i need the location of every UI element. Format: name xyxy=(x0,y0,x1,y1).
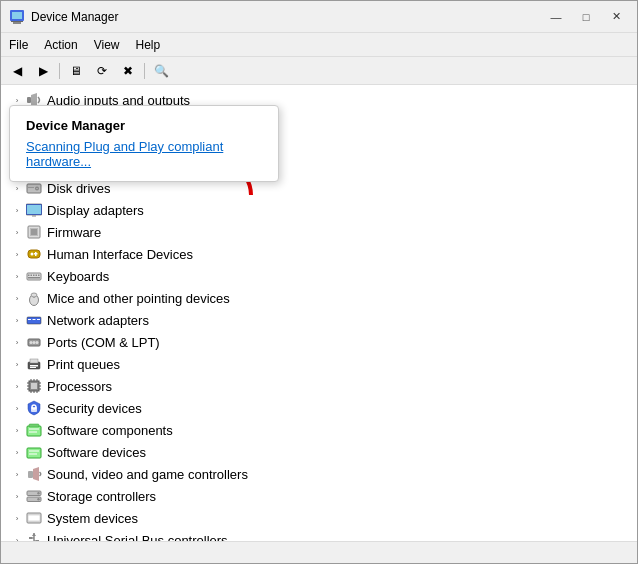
svg-rect-9 xyxy=(27,160,41,170)
item-label-processors: Processors xyxy=(47,379,112,394)
list-item[interactable]: › Keyboards xyxy=(1,265,637,287)
svg-point-77 xyxy=(37,498,39,500)
toolbar-forward[interactable]: ▶ xyxy=(31,60,55,82)
expand-icon-network: › xyxy=(9,312,25,328)
item-label-storage: Storage controllers xyxy=(47,489,156,504)
list-item[interactable]: › Print queues xyxy=(1,353,637,375)
svg-point-14 xyxy=(36,188,38,190)
toolbar: ◀ ▶ 🖥 ⟳ ✖ 🔍 xyxy=(1,57,637,85)
svg-rect-40 xyxy=(37,319,40,320)
list-item[interactable]: › Ports (COM & LPT) xyxy=(1,331,637,353)
item-label-disk: Disk drives xyxy=(47,181,111,196)
list-item[interactable]: › Mice and other pointing devices xyxy=(1,287,637,309)
list-item[interactable]: › Processors xyxy=(1,375,637,397)
device-tree[interactable]: › Audio inputs and outputs › Batteries › xyxy=(1,85,637,541)
svg-rect-11 xyxy=(29,172,39,173)
item-label-firmware: Firmware xyxy=(47,225,101,240)
menu-view[interactable]: View xyxy=(86,36,128,54)
svg-rect-29 xyxy=(33,275,35,277)
title-bar-left: Device Manager xyxy=(9,9,118,25)
svg-rect-39 xyxy=(33,319,36,320)
ports-icon xyxy=(25,333,43,351)
list-item[interactable]: › Computer xyxy=(1,155,637,177)
minimize-button[interactable]: — xyxy=(543,7,569,27)
title-bar-controls: — □ ✕ xyxy=(543,7,629,27)
network-icon xyxy=(25,311,43,329)
disk-drives-icon xyxy=(25,179,43,197)
menu-help[interactable]: Help xyxy=(128,36,169,54)
toolbar-properties[interactable]: 🖥 xyxy=(64,60,88,82)
list-item[interactable]: › Software devices xyxy=(1,441,637,463)
svg-rect-66 xyxy=(29,424,39,427)
list-item[interactable]: › Sound, video and game controllers xyxy=(1,463,637,485)
svg-marker-5 xyxy=(31,93,37,107)
svg-rect-8 xyxy=(28,120,37,125)
svg-rect-27 xyxy=(28,275,30,277)
item-label-software-devices: Software devices xyxy=(47,445,146,460)
toolbar-update[interactable]: ⟳ xyxy=(90,60,114,82)
menu-action[interactable]: Action xyxy=(36,36,85,54)
list-item[interactable]: › Security devices xyxy=(1,397,637,419)
expand-icon-software-components: › xyxy=(9,422,25,438)
list-item[interactable]: › Network adapters xyxy=(1,309,637,331)
expand-icon-system: › xyxy=(9,510,25,526)
list-item[interactable]: › Universal Serial Bus controllers xyxy=(1,529,637,541)
device-manager-window: Device Manager — □ ✕ File Action View He… xyxy=(0,0,638,564)
expand-icon-disk: › xyxy=(9,180,25,196)
bluetooth-icon xyxy=(25,135,43,153)
list-item[interactable]: › Human Interface Devices xyxy=(1,243,637,265)
svg-rect-28 xyxy=(31,275,33,277)
sound-icon xyxy=(25,465,43,483)
svg-rect-18 xyxy=(32,216,36,217)
list-item[interactable]: › Software components xyxy=(1,419,637,441)
toolbar-scan[interactable]: 🔍 xyxy=(149,60,173,82)
item-label-hid: Human Interface Devices xyxy=(47,247,193,262)
list-item[interactable]: › Disk drives xyxy=(1,177,637,199)
expand-icon-bluetooth: › xyxy=(9,136,25,152)
menu-file[interactable]: File xyxy=(1,36,36,54)
svg-rect-4 xyxy=(27,97,31,103)
window-icon xyxy=(9,9,25,25)
list-item[interactable]: › Firmware xyxy=(1,221,637,243)
svg-rect-37 xyxy=(27,317,41,324)
svg-rect-21 xyxy=(31,229,37,235)
list-item[interactable]: › Audio inputs and outputs xyxy=(1,89,637,111)
list-item[interactable]: › Storage controllers xyxy=(1,485,637,507)
expand-icon-storage: › xyxy=(9,488,25,504)
toolbar-uninstall[interactable]: ✖ xyxy=(116,60,140,82)
software-devices-icon xyxy=(25,443,43,461)
software-components-icon xyxy=(25,421,43,439)
expand-icon-mice: › xyxy=(9,290,25,306)
svg-rect-68 xyxy=(29,431,37,433)
svg-point-44 xyxy=(36,341,39,344)
svg-point-23 xyxy=(31,253,34,256)
maximize-button[interactable]: □ xyxy=(573,7,599,27)
battery-icon xyxy=(25,113,43,131)
item-label-audio: Audio inputs and outputs xyxy=(47,93,190,108)
storage-controllers-icon xyxy=(25,487,43,505)
item-label-sound: Sound, video and game controllers xyxy=(47,467,248,482)
list-item[interactable]: › Bluetooth xyxy=(1,133,637,155)
svg-rect-15 xyxy=(28,187,34,188)
svg-rect-72 xyxy=(28,471,33,478)
svg-rect-26 xyxy=(27,273,41,280)
list-item[interactable]: › Display adapters xyxy=(1,199,637,221)
expand-icon-usb: › xyxy=(9,532,25,541)
toolbar-back[interactable]: ◀ xyxy=(5,60,29,82)
display-adapters-icon xyxy=(25,201,43,219)
item-label-print: Print queues xyxy=(47,357,120,372)
expand-icon-keyboards: › xyxy=(9,268,25,284)
svg-marker-73 xyxy=(33,467,39,481)
item-label-mice: Mice and other pointing devices xyxy=(47,291,230,306)
svg-rect-25 xyxy=(34,253,38,255)
processors-icon xyxy=(25,377,43,395)
expand-icon-batteries: › xyxy=(9,114,25,130)
close-button[interactable]: ✕ xyxy=(603,7,629,27)
list-item[interactable]: › System devices xyxy=(1,507,637,529)
list-item[interactable]: › Batteries xyxy=(1,111,637,133)
svg-rect-48 xyxy=(30,367,36,368)
svg-rect-79 xyxy=(28,515,40,521)
svg-rect-50 xyxy=(31,383,37,389)
item-label-display: Display adapters xyxy=(47,203,144,218)
svg-rect-38 xyxy=(28,319,31,320)
